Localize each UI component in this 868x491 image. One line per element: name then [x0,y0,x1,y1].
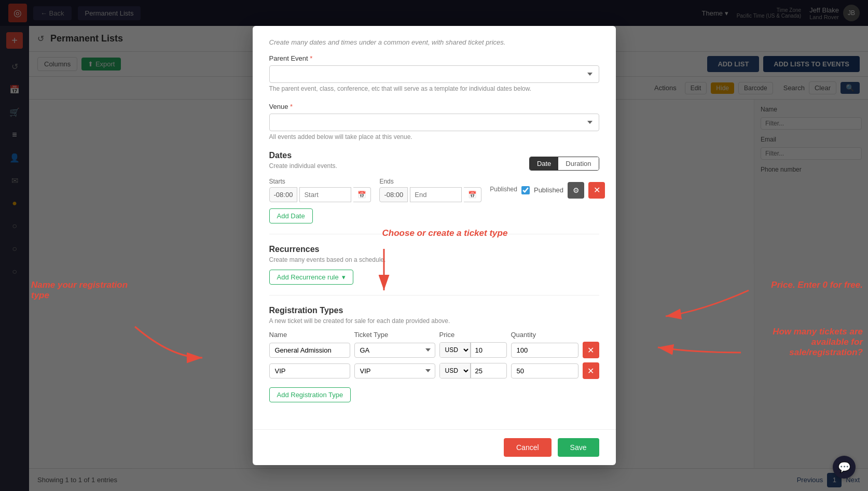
parent-event-hint: The parent event, class, conference, etc… [269,85,599,92]
reg-col-header-quantity: Quantity [511,331,578,339]
reg-price-input-1[interactable] [471,343,502,357]
date-toggle: Date Duration [529,157,599,171]
starts-label: Starts [269,178,371,185]
parent-event-select[interactable] [269,65,599,83]
start-time-input[interactable] [299,187,351,202]
date-remove-button[interactable]: ✕ [588,182,605,199]
modal: Create many dates and times under a comm… [253,26,616,465]
reg-remove-button-2[interactable]: ✕ [583,362,599,379]
recurrences-title: Recurrences [269,245,599,254]
dates-subtitle: Create individual events. [269,162,337,170]
reg-row-1: GA USD ✕ [269,342,599,358]
ends-label: Ends [379,178,481,185]
starts-section: Starts -08:00 📅 [269,178,371,202]
reg-remove-button-1[interactable]: ✕ [583,342,599,358]
published-section: Published Published ⚙ ✕ [490,182,605,199]
reg-name-input-1[interactable] [269,343,350,358]
reg-ticket-type-select-2[interactable]: VIP [354,363,435,378]
reg-price-input-2[interactable] [471,363,502,378]
starts-calendar-button[interactable]: 📅 [353,187,371,202]
reg-quantity-input-2[interactable] [511,363,578,378]
add-date-button[interactable]: Add Date [269,208,313,223]
registration-types-section: Registration Types A new ticket will be … [269,306,599,402]
published-text: Published [534,186,563,194]
date-settings-button[interactable]: ⚙ [568,182,584,199]
parent-event-group: Parent Event * The parent event, class, … [269,54,599,92]
recurrences-section: Recurrences Create many events based on … [269,245,599,285]
reg-col-header-ticket-type: Ticket Type [354,331,435,339]
dates-section: Dates Create individual events. Date Dur… [269,151,599,223]
parent-event-label: Parent Event * [269,54,599,62]
required-star: * [310,54,312,62]
venue-label: Venue * [269,103,599,110]
starts-input-group: -08:00 📅 [269,187,371,202]
ends-timezone: -08:00 [379,187,408,202]
add-registration-type-button[interactable]: Add Registration Type [269,387,351,402]
cancel-button[interactable]: Cancel [504,438,552,457]
reg-currency-select-1[interactable]: USD [440,343,471,357]
starts-timezone: -08:00 [269,187,298,202]
date-toggle-date[interactable]: Date [530,157,558,170]
reg-col-header-name: Name [269,331,350,339]
save-button[interactable]: Save [558,438,599,457]
dates-title: Dates [269,151,337,160]
reg-price-group-2: USD [439,363,507,378]
modal-body: Create many dates and times under a comm… [253,26,616,429]
dates-row: Starts -08:00 📅 Ends -08:00 📅 [269,178,599,202]
reg-types-subtitle: A new ticket will be created for sale fo… [269,317,599,325]
published-label: Published [490,186,517,193]
reg-types-title: Registration Types [269,306,599,315]
modal-intro: Create many dates and times under a comm… [269,38,599,46]
reg-name-input-2[interactable] [269,363,350,378]
ends-calendar-button[interactable]: 📅 [464,187,481,202]
venue-group: Venue * All events added below will take… [269,103,599,141]
ends-input-group: -08:00 📅 [379,187,481,202]
reg-price-group-1: USD [439,342,507,358]
published-checkbox[interactable] [521,186,530,194]
reg-currency-select-2[interactable]: USD [440,363,471,378]
modal-overlay: Create many dates and times under a comm… [0,0,868,491]
ends-section: Ends -08:00 📅 [379,178,481,202]
chat-bubble[interactable]: 💬 [833,456,856,479]
end-time-input[interactable] [410,187,462,202]
modal-footer: Cancel Save [253,429,616,465]
venue-select[interactable] [269,114,599,131]
recurrences-subtitle: Create many events based on a schedule. [269,256,599,263]
reg-ticket-type-select-1[interactable]: GA [354,343,435,358]
date-toggle-duration[interactable]: Duration [558,157,598,170]
reg-col-header-price: Price [439,331,507,339]
reg-quantity-input-1[interactable] [511,343,578,358]
add-recurrence-button[interactable]: Add Recurrence rule ▾ [269,270,353,285]
reg-row-2: VIP USD ✕ [269,362,599,379]
venue-hint: All events added below will take place a… [269,133,599,141]
